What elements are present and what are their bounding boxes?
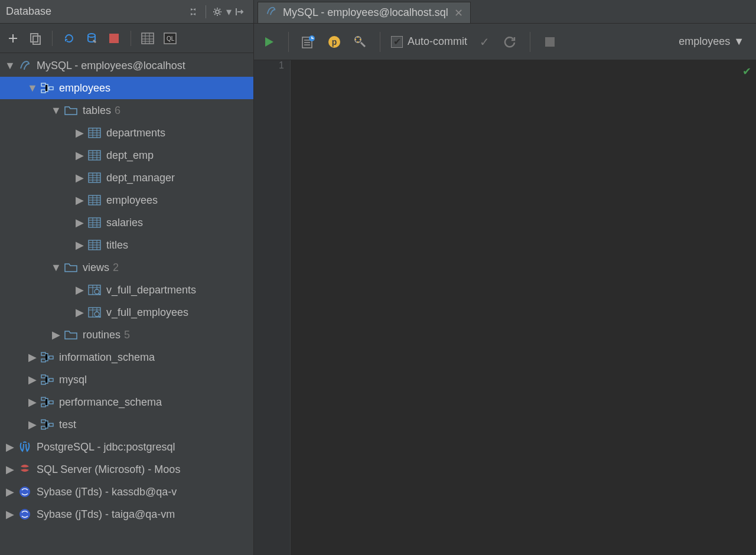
database-panel: Database ▾ bbox=[0, 0, 254, 555]
settings-wrench-icon[interactable] bbox=[351, 33, 369, 51]
node-label: v_full_employees bbox=[106, 306, 188, 319]
parameters-icon[interactable]: p bbox=[325, 33, 343, 51]
svg-rect-5 bbox=[142, 33, 154, 44]
node-label: dept_emp bbox=[106, 149, 154, 162]
editor-body: 1 ✔ bbox=[254, 60, 756, 555]
database-tree: ▼ MySQL - employees@localhost ▼ employee… bbox=[0, 53, 253, 555]
explain-plan-icon[interactable] bbox=[299, 33, 317, 51]
node-label: employees bbox=[59, 82, 110, 94]
node-label: mysql bbox=[59, 374, 87, 386]
tree-node-table[interactable]: ▶ salaries bbox=[0, 211, 253, 234]
tree-node-schema[interactable]: ▶ information_schema bbox=[0, 346, 253, 368]
table-icon bbox=[87, 149, 102, 162]
tree-node-routines-folder[interactable]: ▶ routines 5 bbox=[0, 324, 253, 346]
folder-icon bbox=[64, 104, 78, 117]
tree-node-view[interactable]: ▶ v_full_employees bbox=[0, 301, 253, 324]
arrow-right-icon: ▶ bbox=[76, 171, 84, 184]
arrow-right-icon: ▶ bbox=[28, 351, 37, 364]
tree-node-schema[interactable]: ▶ test bbox=[0, 413, 253, 436]
svg-rect-28 bbox=[41, 404, 45, 407]
code-area[interactable] bbox=[291, 60, 756, 555]
arrow-down-icon: ▼ bbox=[6, 60, 14, 72]
tree-node-tables-folder[interactable]: ▼ tables 6 bbox=[0, 99, 253, 122]
panel-title: Database bbox=[6, 5, 187, 18]
count-badge: 6 bbox=[115, 105, 120, 117]
view-icon bbox=[87, 283, 102, 296]
table-icon[interactable] bbox=[139, 30, 156, 47]
svg-rect-25 bbox=[41, 381, 45, 384]
chevron-down-icon[interactable]: ▾ bbox=[225, 4, 232, 19]
svg-point-0 bbox=[216, 10, 219, 14]
svg-rect-32 bbox=[49, 423, 53, 426]
tree-node-connection-mysql[interactable]: ▼ MySQL - employees@localhost bbox=[0, 54, 253, 77]
arrow-right-icon: ▶ bbox=[28, 396, 37, 409]
collapse-icon[interactable] bbox=[232, 4, 247, 19]
scroll-from-source-icon[interactable] bbox=[187, 4, 202, 19]
sybase-icon bbox=[18, 508, 32, 521]
add-icon[interactable] bbox=[5, 30, 21, 47]
svg-rect-24 bbox=[41, 375, 45, 378]
inspection-ok-icon[interactable]: ✔ bbox=[742, 65, 751, 78]
close-icon[interactable]: ✕ bbox=[454, 6, 463, 19]
folder-icon bbox=[64, 328, 78, 341]
tree-node-table[interactable]: ▶ titles bbox=[0, 234, 253, 256]
stop-icon[interactable] bbox=[541, 33, 559, 51]
tree-node-table[interactable]: ▶ departments bbox=[0, 122, 253, 144]
tree-node-views-folder[interactable]: ▼ views 2 bbox=[0, 256, 253, 279]
gear-icon[interactable] bbox=[210, 4, 225, 19]
svg-rect-22 bbox=[41, 359, 45, 362]
arrow-right-icon: ▶ bbox=[76, 194, 84, 207]
stop-icon[interactable] bbox=[106, 30, 122, 47]
schema-selector[interactable]: employees ▼ bbox=[679, 35, 750, 48]
tree-node-schema[interactable]: ▶ mysql bbox=[0, 368, 253, 391]
svg-rect-8 bbox=[41, 83, 45, 86]
svg-rect-29 bbox=[49, 401, 53, 404]
console-icon[interactable]: QL bbox=[162, 30, 178, 47]
table-icon bbox=[87, 126, 102, 139]
svg-rect-40 bbox=[545, 37, 555, 47]
svg-rect-4 bbox=[109, 34, 119, 43]
node-label: MySQL - employees@localhost bbox=[37, 60, 185, 72]
tree-node-table[interactable]: ▶ employees bbox=[0, 189, 253, 211]
arrow-down-icon: ▼ bbox=[52, 262, 60, 274]
arrow-right-icon: ▶ bbox=[6, 463, 14, 476]
commit-icon[interactable]: ✓ bbox=[475, 33, 493, 51]
wrench-icon[interactable] bbox=[83, 30, 100, 47]
tree-node-table[interactable]: ▶ dept_emp bbox=[0, 144, 253, 166]
tab-sql-file[interactable]: MySQL - employees@localhost.sql ✕ bbox=[258, 2, 471, 23]
tree-node-schema[interactable]: ▶ performance_schema bbox=[0, 391, 253, 413]
node-label: departments bbox=[106, 127, 165, 139]
table-icon bbox=[87, 171, 102, 184]
arrow-right-icon: ▶ bbox=[76, 149, 84, 162]
tree-node-view[interactable]: ▶ v_full_departments bbox=[0, 279, 253, 301]
line-gutter: 1 bbox=[254, 60, 291, 555]
rollback-icon[interactable] bbox=[501, 33, 519, 51]
tree-node-connection-sqlserver[interactable]: ▶ SQL Server (Microsoft) - Moos bbox=[0, 458, 253, 481]
run-icon[interactable] bbox=[260, 33, 278, 51]
separator bbox=[52, 31, 53, 46]
arrow-right-icon: ▶ bbox=[76, 216, 84, 229]
checkbox-checked-icon: ✔ bbox=[391, 36, 403, 48]
tree-node-connection-sybase[interactable]: ▶ Sybase (jTds) - kassdb@qa-v bbox=[0, 481, 253, 503]
svg-rect-10 bbox=[49, 87, 53, 90]
tree-node-schema-employees[interactable]: ▼ employees bbox=[0, 77, 253, 99]
svg-rect-21 bbox=[41, 352, 45, 355]
tree-node-table[interactable]: ▶ dept_manager bbox=[0, 166, 253, 189]
copy-icon[interactable] bbox=[27, 30, 44, 47]
arrow-right-icon: ▶ bbox=[28, 373, 37, 386]
schema-icon bbox=[40, 81, 54, 94]
auto-commit-toggle[interactable]: ✔ Auto-commit bbox=[391, 35, 467, 48]
sqlserver-icon bbox=[18, 463, 32, 476]
tab-title: MySQL - employees@localhost.sql bbox=[283, 6, 448, 19]
node-label: performance_schema bbox=[59, 396, 162, 409]
node-label: routines bbox=[83, 329, 120, 341]
refresh-icon[interactable] bbox=[61, 30, 77, 47]
tree-node-connection-postgres[interactable]: ▶ PostgreSQL - jdbc:postgresql bbox=[0, 436, 253, 458]
arrow-right-icon: ▶ bbox=[52, 328, 60, 341]
tree-node-connection-sybase[interactable]: ▶ Sybase (jTds) - taiga@qa-vm bbox=[0, 503, 253, 525]
count-badge: 5 bbox=[124, 329, 130, 341]
count-badge: 2 bbox=[113, 262, 119, 274]
postgres-icon bbox=[18, 440, 32, 453]
arrow-right-icon: ▶ bbox=[6, 508, 14, 521]
node-label: Sybase (jTds) - kassdb@qa-v bbox=[37, 486, 177, 498]
